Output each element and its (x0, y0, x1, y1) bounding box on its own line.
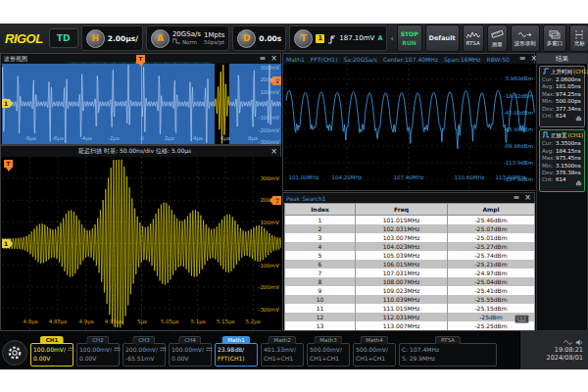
channel-scale: 200.00mV/Ω (123, 344, 165, 354)
table-row[interactable]: 3103.007MHz-25.01dBm (285, 233, 535, 242)
y-axis-label: -100mV (258, 115, 279, 121)
channel-offset: 0.00V (31, 354, 73, 363)
x-axis-label: 5.1μs (190, 318, 205, 324)
table-row[interactable]: 4104.023MHz-25.27dBm (285, 242, 535, 251)
acquisition-mode-button[interactable]: TD (49, 28, 78, 48)
export-icon[interactable] (575, 107, 582, 125)
x-axis-label: 5.15μs (217, 318, 235, 324)
toolbar-button-default[interactable]: Default (425, 24, 460, 52)
channel-card-ch4[interactable]: CH4100.00mV/0.00V (169, 343, 212, 367)
run-stop-button[interactable]: STOP RUN (397, 24, 422, 52)
channel-card-math3[interactable]: Math3500.00mV/CH1+CH1 (307, 343, 350, 367)
table-row[interactable]: 12112.031MHz-25dBm (285, 313, 535, 321)
table-cell: 113.007MHz (356, 321, 448, 330)
channel-card-ch1[interactable]: CH1100.00mV/Ω0.00V (30, 343, 74, 367)
table-cell: 12 (285, 313, 356, 321)
toolbar-button-label: RTSA (466, 41, 480, 47)
x-axis-label: -6μs (52, 135, 64, 141)
table-row[interactable]: 9109.023MHz-25.41dBm (285, 286, 535, 295)
overview-plot[interactable]: 1T300mV200mV100mV-100mV-200mV-300mV-8μs-… (2, 64, 281, 144)
x-axis-label: 8μs (248, 135, 258, 141)
resolution-value: 50ps/pt (204, 39, 224, 45)
toolbar-button-multi-window[interactable]: 多窗口 (543, 24, 567, 52)
trigger-group[interactable]: T 1 187.10mV A (289, 25, 387, 51)
table-row[interactable]: 10110.039MHz-25.55dBm (285, 295, 535, 304)
measurement-stat-label: Cur: (542, 76, 556, 83)
fft-plot[interactable]: 5.960dBm-18.02dBm-42.00dBm-65.98dBm-89.9… (284, 64, 535, 190)
table-cell: 111.015MHz (356, 304, 448, 313)
toolbar-button-record[interactable]: 波形录制 (511, 24, 540, 52)
sound-status-icon (575, 339, 583, 346)
measurement-row: Min:3.1500ns (542, 163, 582, 170)
toolbar-button-rtsa[interactable]: RTSA (463, 24, 484, 52)
column-header: Index (285, 204, 356, 216)
trigger-position-flag[interactable]: T (136, 55, 145, 63)
delay-group[interactable]: D 0.00s (232, 25, 286, 51)
trigger-source-tag[interactable]: 1 (316, 34, 324, 43)
channel-card-rtsa[interactable]: RTSAC: 107.4MHzS: 29.9MHz (399, 343, 497, 367)
table-row[interactable]: 7107.031MHz-24.97dBm (285, 269, 535, 277)
multiwindow-icon (549, 30, 561, 41)
zoom-trigger-flag[interactable]: T (4, 160, 13, 168)
x-axis-label: 6μs (220, 135, 230, 141)
channel-card-math2[interactable]: Math2401.33mV/CH1+CH1 (261, 343, 304, 367)
channel-offset: 0.00V (170, 354, 211, 363)
menu-icon[interactable]: ≡ (514, 194, 520, 202)
close-icon[interactable]: × (270, 55, 277, 63)
channel-card-math4[interactable]: Math4500.00mV/CH1+CH1 (353, 343, 396, 367)
menu-icon[interactable]: ≡ (519, 55, 526, 63)
toolbar-button-label: 波形录制 (514, 41, 536, 47)
acquire-group[interactable]: A 20GSa/s Norm 1Mpts 50ps/pt (146, 25, 229, 51)
toolbar-button-cursor[interactable]: 光标 (569, 24, 588, 52)
horizontal-knob[interactable]: H (86, 29, 105, 48)
fft-trace (284, 64, 535, 190)
channel-card-ch2[interactable]: CH2100.00mV/0.00V (76, 343, 120, 367)
acquire-knob[interactable]: A (151, 29, 170, 48)
trigger-knob[interactable]: T (294, 29, 313, 48)
x-axis-label: 0 (140, 135, 144, 141)
y-axis-label: 100mV (260, 220, 279, 225)
channel-scale: 100.00mV/ (77, 344, 119, 354)
channel-card-math1[interactable]: Math123.98dB/FFT(CH1) (215, 343, 258, 367)
channel-card-ch3[interactable]: CH3200.00mV/Ω-65.51mV (122, 343, 166, 367)
x-axis-label: -4μs (80, 135, 92, 141)
collapse-left-icon[interactable]: ‹ (390, 34, 393, 43)
run-label: RUN (402, 39, 416, 46)
measurement-channel: (CH1) (573, 69, 588, 74)
x-axis-label: 101.00MHz (288, 174, 318, 180)
table-row[interactable]: 1101.015MHz-25.46dBm (285, 216, 535, 225)
fft-header-item: Math1 (286, 56, 305, 63)
menu-icon[interactable]: ≡ (260, 55, 267, 63)
toolbar-button-measure[interactable]: 测量 (487, 24, 508, 52)
horizontal-group[interactable]: H 2.00μs/ (81, 25, 143, 51)
clock-time: 19:08:21 (555, 347, 583, 354)
close-icon[interactable]: × (524, 194, 531, 202)
table-row[interactable]: 5105.039MHz-25.74dBm (285, 251, 535, 260)
zoom-plot[interactable]: T1T300mV200mV100mV-100mV-200mV-300mV4.8μ… (2, 157, 281, 330)
table-row[interactable]: 13113.007MHz-25.25dBm (285, 321, 535, 330)
table-cell: 103.007MHz (356, 233, 448, 242)
measurement-row: Cur:2.0600ns (542, 76, 582, 83)
measurement-row: Max:974.25ns (542, 91, 582, 98)
table-row[interactable]: 2102.031MHz-25.07dBm (285, 224, 535, 233)
channel-cards: CH1100.00mV/Ω0.00VCH2100.00mV/0.00VCH320… (30, 333, 497, 367)
x-axis-label: 107.40MHz (393, 174, 423, 180)
trigger-position-line[interactable] (141, 64, 142, 144)
close-icon[interactable]: × (270, 148, 277, 156)
measurement-stat-label: Avg: (542, 148, 556, 155)
table-row[interactable]: 6106.015MHz-25.21dBm (285, 260, 535, 269)
measurement-card-pos-pulse-width[interactable]: 正脉宽(CH1)Cur:3.3500nsAvg:184.15nsMax:975.… (539, 129, 585, 191)
table-cell: 101.015MHz (356, 216, 448, 225)
table-row[interactable]: 8108.007MHz-25.04dBm (285, 277, 535, 286)
keyboard-icon[interactable] (514, 309, 529, 327)
table-row[interactable]: 11111.015MHz-25.15dBm (285, 304, 535, 313)
oscilloscope-screen: RIGOL TD H 2.00μs/ A 20GSa/s Norm 1Mpts … (0, 24, 588, 369)
table-cell: -25.41dBm (448, 286, 535, 295)
channel-card-tab: CH1 (40, 336, 64, 344)
export-icon[interactable] (575, 172, 582, 190)
dc-coupling-icon (160, 346, 167, 354)
top-toolbar: RIGOL TD H 2.00μs/ A 20GSa/s Norm 1Mpts … (0, 24, 588, 53)
settings-button[interactable] (2, 340, 27, 366)
measurement-card-rise-time[interactable]: 上升时间(CH1)Cur:2.0600nsAvg:181.05nsMax:974… (539, 66, 585, 127)
delay-knob[interactable]: D (237, 29, 256, 48)
